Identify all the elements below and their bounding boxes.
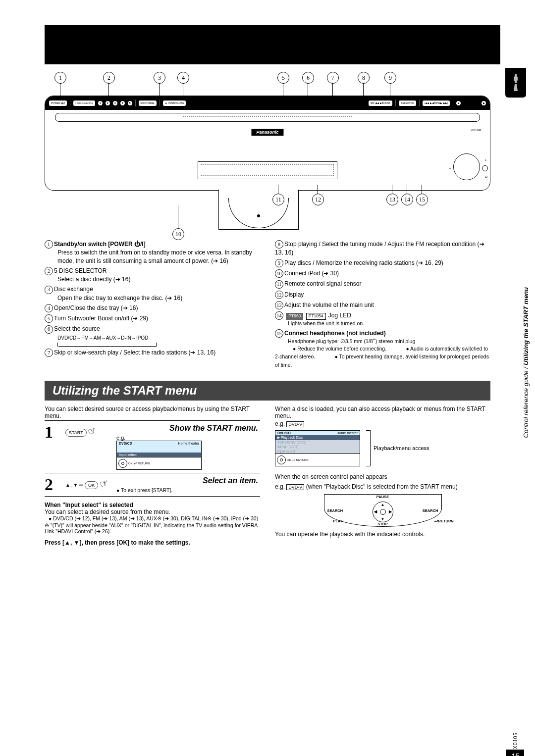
ref-num-15: 15 [275,329,283,338]
callout-3: 3 [154,72,165,84]
ref-title-2: 5 DISC SELECTOR [54,267,107,274]
ref-num-14: 14 [275,311,283,320]
volume-minus-label: – [449,166,451,170]
callout-5: 5 [277,72,289,84]
callout-2: 2 [103,72,115,84]
ctrl-play: PLAY [333,519,343,523]
osd1-header-r: Home theater [159,441,201,446]
ref-num-2: 2 [45,267,53,275]
ctrl-return: ⮐ RETURN [434,519,438,523]
display-window [198,161,337,179]
callout-10: 10 [172,228,184,240]
dvd-v-tag: DVD-V [286,421,304,427]
input-select-heading: When "Input select" is selected [45,502,260,508]
callout-4: 4 [177,72,189,84]
input-select-b1: DVD/CD (➔ 12), FM (➔ 13), AM (➔ 13), AUX… [45,515,260,521]
step-2-note: To exit press [START]. [121,487,172,493]
osd1-ok: OK [128,462,133,465]
osd2-r3: MENU (DVD) [275,445,360,449]
callout-6: 6 [302,72,314,84]
step-2: 2 ▲, ▼ ⇨ OK ☞ Select an item. ● To exit … [45,473,260,497]
bracket-label: Playback/menu access [374,445,429,451]
ref-num-5: 5 [45,314,53,323]
step-2-icon: ▲, ▼ ⇨ OK ☞ [63,473,114,496]
power-button[interactable]: POWER ⏻/I [49,101,67,106]
play-button[interactable]: ▶ [482,101,486,105]
osd1-dpad-icon [118,459,127,468]
stop-button[interactable]: ■ [456,101,461,105]
sidebar-thin: Control reference guide / [522,365,530,438]
loop-arrow-icon [57,342,157,347]
right-eg2-tail: (when "Playback Disc" is selected from t… [306,483,458,490]
disc-5-button[interactable]: 5 [128,101,132,105]
source-chain: DVD/CD→FM→AM→AUX→D-IN→IPOD [45,335,148,341]
sidebar-bold: Utilizing the START menu [522,287,530,365]
header-black-bar [45,25,500,64]
step-1-icon: START ☞ [63,421,114,473]
intro-right: When a disc is loaded, you can also acce… [275,405,490,419]
callout-7: 7 [327,72,339,84]
ref-num-12: 12 [275,291,283,299]
ref-title-7: Skip or slow-search play / Select the ra… [54,349,215,356]
ref-title-1: Standby/on switch [POWER ⏻/I] [54,241,146,248]
device-diagram: 1 2 3 4 5 6 7 8 9 POWER ⏻/I 5 DISC SELEC… [45,72,490,230]
exchange-button[interactable]: EXCHANGE [139,101,157,106]
hand-pointer-icon: ☞ [98,477,110,489]
disc-3-button[interactable]: 3 [113,101,117,105]
section-title: Utilizing the START menu [45,381,490,401]
ctrl-dpad-icon: ▲ ▼ ◀ ▶ [373,502,393,522]
ref-body-1: Press to switch the unit from on to stan… [45,249,260,264]
ref-num-13: 13 [275,301,283,309]
right-eg: e.g. [275,420,285,427]
osd2-ok: OK [287,458,291,461]
ref-num-1: 1 [45,240,53,249]
ref-body-2: Select a disc directly (➔ 16) [45,275,260,283]
ref-num-8: 8 [275,240,283,249]
headphone-jack[interactable] [482,165,488,171]
callout-14: 14 [401,194,413,205]
selector-button[interactable]: SELECTOR [399,101,416,106]
callout-15: 15 [416,194,428,205]
ref-body-15: Headphone plug type: ∅3.5 mm (1/8ʺ) ster… [275,338,490,345]
right-after-ctrl: You can operate the playback with the in… [275,531,490,538]
ref-title-10: Connect iPod (➔ 30) [284,270,339,277]
dvd-v-tag-2: DVD-V [286,484,304,490]
ref-num-9: 9 [275,259,283,267]
sidebar-section-label: Control reference guide / Utilizing the … [522,287,530,438]
brand-badge: Panasonic [251,129,283,136]
callout-8: 8 [358,72,370,84]
disc-4-button[interactable]: 4 [120,101,125,105]
top-callouts: 1 2 3 4 5 6 7 8 9 [45,72,490,92]
input-select-press: Press [▲, ▼], then press [OK] to make th… [45,539,260,546]
open-close-button[interactable]: ▲ OPEN/CLOSE [163,101,186,106]
playback-control-diagram: PAUSE SEARCH SEARCH PLAY STOP ⮐ RETURN ▲… [324,494,442,527]
step-1-eg: e.g. [116,435,258,441]
ref-num-7: 7 [45,349,53,357]
ctrl-pause: PAUSE [376,495,389,499]
maintenance-icon [505,68,526,98]
ref-title-12: Display [284,291,304,298]
page-number: 15 [506,750,524,756]
reference-description: 1Standby/on switch [POWER ⏻/I] Press to … [45,240,490,369]
volume-knob[interactable] [453,153,480,180]
step-1-title: Show the START menu. [116,424,258,433]
osd2-r4: Input select [275,449,360,454]
tune-button[interactable]: |◀◀ ▶◀TUNE▶ ▶▶| [423,101,450,106]
osd2-header-l: DVD/CD [275,431,318,435]
volume-plus-label: + [484,158,487,162]
sw-boost-button[interactable]: SW ◀◀ ▶BOOST [369,101,392,106]
ok-button-icon: OK [85,481,98,489]
ref-title-14: Jog LED [328,312,351,319]
ref-title-6: Select the source [54,325,100,332]
callout-11: 11 [272,194,284,205]
right-eg2: e.g. [275,483,285,490]
bracket-icon [366,430,371,466]
osd1-return: RETURN [138,462,150,465]
disc-1-button[interactable]: 1 [98,101,103,105]
ref-body-3: Open the disc tray to exchange the disc.… [45,294,260,302]
ref-title-3: Disc exchange [54,286,93,293]
callout-1: 1 [54,72,66,84]
disc-2-button[interactable]: 2 [106,101,110,105]
device-button-row: POWER ⏻/I 5 DISC SELECTOR 1 2 3 4 5 EXCH… [45,96,490,110]
input-select-section: When "Input select" is selected You can … [45,502,260,546]
